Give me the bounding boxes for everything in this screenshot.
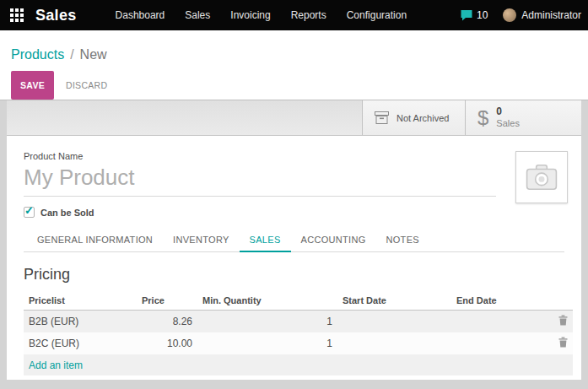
cell-min-quantity[interactable]: 1 bbox=[197, 311, 337, 333]
sales-stat-button[interactable]: $ 0 Sales bbox=[465, 100, 581, 135]
delete-row-button[interactable] bbox=[558, 337, 568, 348]
tab-notes[interactable]: NOTES bbox=[376, 230, 429, 251]
breadcrumb-separator: / bbox=[70, 47, 73, 62]
table-row: B2C (EUR) 10.00 1 bbox=[24, 332, 573, 354]
cell-min-quantity[interactable]: 1 bbox=[197, 332, 337, 354]
form-action-bar: SAVE DISCARD bbox=[0, 64, 588, 100]
app-title[interactable]: Sales bbox=[35, 7, 77, 24]
tab-general-information[interactable]: GENERAL INFORMATION bbox=[27, 230, 163, 251]
product-name-label: Product Name bbox=[24, 151, 564, 161]
nav-sales[interactable]: Sales bbox=[185, 9, 210, 21]
archive-status-label: Not Archived bbox=[396, 113, 449, 123]
table-row: B2B (EUR) 8.26 1 bbox=[24, 311, 573, 333]
messages-button[interactable]: 10 bbox=[460, 9, 488, 22]
nav-reports[interactable]: Reports bbox=[291, 9, 326, 21]
sales-stat-value: 0 bbox=[496, 105, 520, 118]
camera-icon bbox=[526, 164, 558, 191]
col-header-pricelist: Pricelist bbox=[24, 292, 137, 311]
product-image-upload[interactable] bbox=[515, 151, 568, 203]
delete-row-button[interactable] bbox=[558, 315, 568, 326]
tab-inventory[interactable]: INVENTORY bbox=[163, 230, 239, 251]
trash-icon bbox=[558, 315, 568, 326]
archive-status-button[interactable]: Not Archived bbox=[362, 100, 465, 135]
cell-start-date[interactable] bbox=[337, 332, 451, 354]
col-header-end-date: End Date bbox=[451, 292, 551, 311]
apps-menu-icon[interactable] bbox=[10, 8, 24, 22]
top-navigation: Dashboard Sales Invoicing Reports Config… bbox=[116, 9, 407, 21]
tab-accounting[interactable]: ACCOUNTING bbox=[291, 230, 376, 251]
trash-icon bbox=[558, 337, 568, 348]
form-sheet: Product Name ✓ Can be Sold GENERAL INFOR… bbox=[7, 136, 581, 380]
nav-dashboard[interactable]: Dashboard bbox=[116, 9, 165, 21]
pricing-header-row: Pricelist Price Min. Quantity Start Date… bbox=[24, 292, 573, 311]
breadcrumb-current: New bbox=[80, 47, 107, 62]
discard-button[interactable]: DISCARD bbox=[57, 71, 116, 100]
can-be-sold-checkbox[interactable]: ✓ bbox=[24, 207, 35, 218]
breadcrumb-products-link[interactable]: Products bbox=[11, 47, 64, 62]
breadcrumb: Products / New bbox=[0, 30, 588, 64]
avatar bbox=[503, 8, 516, 22]
col-header-start-date: Start Date bbox=[337, 292, 451, 311]
save-button[interactable]: SAVE bbox=[11, 71, 54, 100]
cell-start-date[interactable] bbox=[337, 311, 451, 333]
user-name: Administrator bbox=[521, 9, 581, 21]
messages-count: 10 bbox=[477, 9, 488, 21]
col-header-actions bbox=[551, 292, 573, 311]
cell-pricelist[interactable]: B2C (EUR) bbox=[24, 332, 137, 354]
col-header-min-quantity: Min. Quantity bbox=[197, 292, 337, 311]
pricing-table: Pricelist Price Min. Quantity Start Date… bbox=[24, 292, 573, 375]
form-view-area: Not Archived $ 0 Sales Product Name bbox=[0, 100, 588, 389]
cell-end-date[interactable] bbox=[451, 311, 551, 333]
cell-end-date[interactable] bbox=[451, 332, 551, 354]
dollar-icon: $ bbox=[477, 108, 488, 128]
col-header-price: Price bbox=[137, 292, 197, 311]
can-be-sold-label: Can be Sold bbox=[40, 208, 94, 218]
cell-price[interactable]: 10.00 bbox=[137, 332, 197, 354]
cell-price[interactable]: 8.26 bbox=[137, 311, 197, 333]
product-name-field-wrap bbox=[24, 163, 496, 197]
sales-stat-label: Sales bbox=[496, 118, 520, 130]
archive-box-icon bbox=[375, 111, 389, 124]
cell-pricelist[interactable]: B2B (EUR) bbox=[24, 311, 137, 333]
pricing-section-title: Pricing bbox=[24, 266, 564, 284]
add-item-row: Add an item bbox=[24, 354, 573, 375]
nav-configuration[interactable]: Configuration bbox=[347, 9, 407, 21]
chat-bubble-icon bbox=[460, 9, 473, 22]
nav-invoicing[interactable]: Invoicing bbox=[230, 9, 270, 21]
product-name-input[interactable] bbox=[24, 163, 496, 196]
stat-button-band: Not Archived $ 0 Sales bbox=[7, 100, 581, 136]
user-menu[interactable]: Administrator bbox=[503, 8, 581, 22]
topbar: Sales Dashboard Sales Invoicing Reports … bbox=[0, 0, 588, 30]
can-be-sold-field[interactable]: ✓ Can be Sold bbox=[24, 207, 564, 218]
tab-sales[interactable]: SALES bbox=[240, 230, 291, 252]
notebook-tabs: GENERAL INFORMATION INVENTORY SALES ACCO… bbox=[24, 230, 564, 252]
add-an-item-link[interactable]: Add an item bbox=[29, 359, 83, 371]
checkmark-icon: ✓ bbox=[24, 204, 34, 217]
